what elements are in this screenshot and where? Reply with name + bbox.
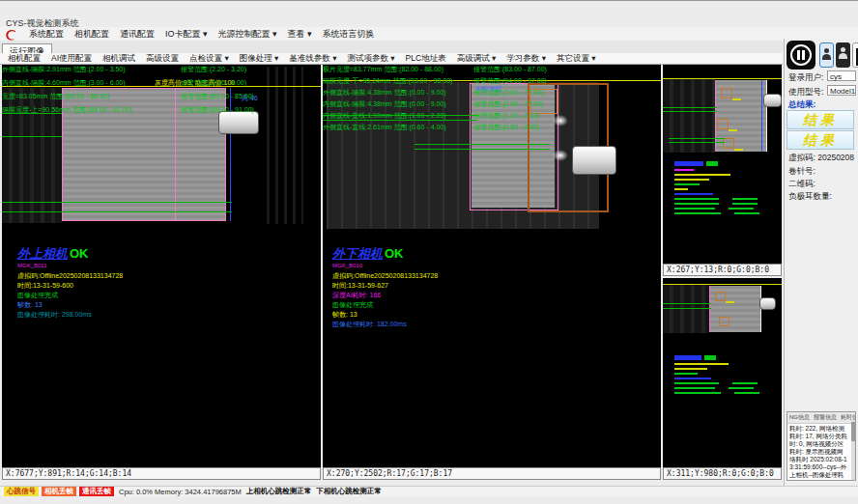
info-line: 虚拟码:Offline20250208133134728 xyxy=(332,271,438,281)
toolbar-item[interactable]: PLC地址表 xyxy=(406,53,446,65)
menu-item[interactable]: 查看 ▾ xyxy=(288,28,312,41)
mini-title xyxy=(674,161,771,166)
pause-button[interactable] xyxy=(786,41,815,70)
measure-line xyxy=(2,202,232,203)
camera-panel-outer-lower: AI检测框 外下相机OK MGK_B010 虚拟码:Offline2025020… xyxy=(323,65,661,480)
camera-readout: 外上相机OK MGK_B011 虚拟码:Offline2025020813313… xyxy=(17,244,123,320)
baseline-overlay-line xyxy=(663,78,782,79)
measure-line xyxy=(2,136,62,137)
ai-detection-box xyxy=(723,138,734,149)
stats-panel: NG信息报警信息耗时信息 耗时: 222, 网络检测耗时: 17, 网络分类耗时… xyxy=(786,411,856,481)
measurement-value: 内侧直线-隔膜:4.38mm 范围:(0.00 - 9.00) xyxy=(323,99,446,109)
measurement-value: 外侧直线-隔膜:2.91mm 范围:(2.00 - 3.50) xyxy=(2,65,126,74)
status-badge: 心跳信号 xyxy=(4,487,39,496)
login-user-field[interactable]: cys xyxy=(827,70,856,81)
camera-name: 外上相机 xyxy=(17,246,68,261)
info-line: 图像处理完成 xyxy=(332,300,438,310)
measure-line xyxy=(761,80,762,152)
baseline-overlay-line xyxy=(663,284,782,285)
cpu-memory-text: Cpu: 0.0% Memory: 3424.41796875M xyxy=(119,488,242,496)
toolbar-item[interactable]: 相机调试 xyxy=(102,53,135,65)
camera-result-title: 外上相机OK xyxy=(17,244,123,263)
measure-line xyxy=(669,142,725,143)
pixel-coords-inner-upper: X:267;Y:13;R:0;G:0;B:0 xyxy=(663,264,782,276)
menu-item[interactable]: 通讯配置 xyxy=(120,28,155,41)
measurement-row: 隔膜宽度-下=95.24mm 范围:(93.00 - 98.00) 报警范围:(… xyxy=(323,76,661,88)
virtual-code-label: 虚拟码: 20250208 xyxy=(788,153,854,164)
measurement-row: 外侧直线-隔膜:2.91mm 范围:(2.00 - 3.50) 报警范围:(2.… xyxy=(2,65,321,78)
info-line: 时间:13-31-59-627 xyxy=(332,281,438,291)
toolbar-item[interactable]: 高级设置 xyxy=(146,53,179,65)
titlebar: CYS-视觉检测系统 xyxy=(0,0,858,28)
camera-image-inner-lower[interactable] xyxy=(663,278,782,334)
toolbar-item[interactable]: 高级调试 ▾ xyxy=(457,53,497,65)
info-line: 时间:13-31-59-600 xyxy=(17,281,123,291)
measure-line xyxy=(663,111,717,112)
measurement-row: 外侧直线-隔膜:4.38mm 范围:(0.00 - 9.00) 报警范围:(2.… xyxy=(323,88,661,99)
login-user-label: 登录用户: xyxy=(788,72,823,84)
stats-tab[interactable]: NG信息 xyxy=(789,413,810,422)
measurement-value: 内侧直线-直线:1.90mm 范围:(1.00 - 2.20) xyxy=(323,111,446,121)
toolbar-item[interactable]: 基准线参数 ▾ xyxy=(289,53,336,65)
menu-item[interactable]: IO卡配置 ▾ xyxy=(165,28,208,41)
ai-detection-box xyxy=(721,88,732,98)
toolbar-item[interactable]: 学习参数 ▾ xyxy=(506,53,546,65)
alarm-range: 报警范围:(0.60 - 4.00) xyxy=(473,123,539,132)
toolbar-item[interactable]: 其它设置 ▾ xyxy=(557,53,596,65)
user-button[interactable] xyxy=(819,42,834,68)
lower-camera-heartbeat: 下相机心跳检测正常 xyxy=(316,487,382,496)
pixel-coords-outer-lower: X:270;Y:2502;R:17;G:17;B:17 xyxy=(323,467,661,480)
alarm-range: 报警范围:(83.00 - 87.00) xyxy=(473,65,547,74)
sidebar: → 登录用户: cys 使用型号: Model1 总结果: 结果 结果 虚拟码:… xyxy=(784,39,858,486)
camera-image-inner-upper[interactable] xyxy=(663,65,782,154)
tab-count-label: 负极耳数量: xyxy=(788,191,832,203)
measurement-row: 外侧直线-直线:2.61mm 范围:(0.60 - 4.00) 报警范围:(0.… xyxy=(323,123,661,134)
info-line: 深度AI耗时: 166 xyxy=(332,291,438,300)
connector-part xyxy=(572,146,616,175)
toolbar-item[interactable]: 相机配置 xyxy=(8,53,41,65)
info-line: 图像处理耗时: 182.00ms xyxy=(332,320,438,329)
operator-mode-button[interactable] xyxy=(836,42,850,68)
status-ok: OK xyxy=(70,246,89,261)
toolbar-item[interactable]: 测试项参数 ▾ xyxy=(347,53,394,65)
camera-panel-outer-upper: 灰度高值:93, 动态高值:100 高:46 外上相机OK MGK_B011 虚… xyxy=(2,65,321,480)
measurement-row: 内侧直线-隔膜:4.38mm 范围:(0.00 - 9.00) 报警范围:(2.… xyxy=(323,99,661,111)
camera-result-title: 外下相机OK xyxy=(332,244,438,263)
menu-items: 系统配置相机配置通讯配置IO卡配置 ▾光源控制配置 ▾查看 ▾系统语言切换 xyxy=(29,28,375,41)
toolbar-item[interactable]: 图像处理 ▾ xyxy=(240,53,279,65)
info-line: 图像处理耗时: 298.00ms xyxy=(17,310,123,320)
alarm-range: 报警范围:(0.00 - 8.00) xyxy=(181,78,246,88)
measure-line xyxy=(669,138,725,139)
measure-line xyxy=(415,144,550,145)
menu-item[interactable]: 系统配置 xyxy=(29,28,64,41)
stats-scrollbar[interactable] xyxy=(851,420,855,480)
measure-line xyxy=(415,149,550,150)
measurement-value: 隔膜宽度-上=90.56mm 范围:(88.00 - 92.00) xyxy=(2,105,131,115)
measurement-row: 内侧直线-隔膜:4.60mm 范围:(3.00 - 6.00) 报警范围:(0.… xyxy=(2,78,321,92)
stats-tab[interactable]: 报警信息 xyxy=(814,413,837,422)
measurement-value: 宽度=83.05mm 范围:(80.00 - 86.00) xyxy=(2,92,109,101)
toolbar-items: 相机配置AI使用配置相机调试高级设置点检设置 ▾图像处理 ▾基准线参数 ▾测试项… xyxy=(8,53,596,65)
alarm-range: 报警范围:(2.20 - 3.20) xyxy=(181,65,246,74)
qr-code-label: 二维码: xyxy=(788,179,815,190)
model-label: 使用型号: xyxy=(788,87,823,98)
pixel-coords-outer-upper: X:7677;Y:891;R:14;G:14;B:14 xyxy=(2,467,321,480)
machine-background xyxy=(663,285,709,333)
menu-item[interactable]: 相机配置 xyxy=(74,28,109,41)
alarm-range: 报警范围:(94.00 - 97.00) xyxy=(473,76,547,86)
toolbar-item[interactable]: AI使用配置 xyxy=(51,53,92,65)
menu-item[interactable]: 系统语言切换 xyxy=(323,28,375,41)
measurement-row: 宽度=83.05mm 范围:(80.00 - 86.00) 报警范围:(81.0… xyxy=(2,92,321,105)
connector-part xyxy=(763,94,782,107)
alarm-range: 报警范围:(1.10 - 2.10) xyxy=(473,111,539,121)
measurement-value: 内侧直线-隔膜:4.60mm 范围:(3.00 - 6.00) xyxy=(2,78,126,88)
toolbar-item[interactable]: 点检设置 ▾ xyxy=(189,53,229,65)
menu-item[interactable]: 光源控制配置 ▾ xyxy=(218,28,277,41)
status-ok: OK xyxy=(385,246,404,261)
camera-name: 外下相机 xyxy=(332,246,383,261)
logout-button[interactable]: → xyxy=(852,42,858,68)
tiny-label-mark xyxy=(729,129,737,131)
mini-title xyxy=(674,355,771,360)
stats-body-text: 耗时: 222, 网络检测耗时: 17, 网络分类耗时: 0, 网络视频分区耗时… xyxy=(787,424,855,481)
model-field[interactable]: Model1 xyxy=(827,85,856,96)
